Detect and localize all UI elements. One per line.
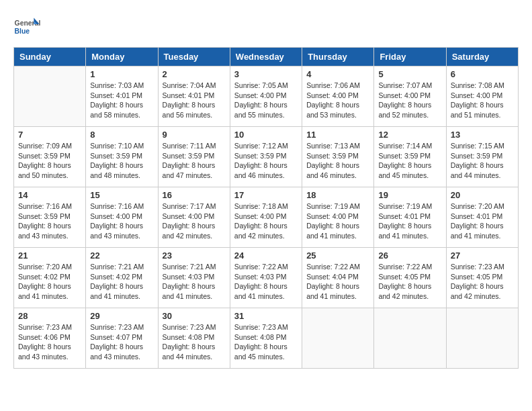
day-number: 7 [18,130,81,140]
day-info: Sunrise: 7:21 AMSunset: 4:02 PMDaylight:… [90,262,153,302]
day-info: Sunrise: 7:10 AMSunset: 3:59 PMDaylight:… [90,141,153,181]
calendar-cell [14,66,86,127]
calendar-cell: 10Sunrise: 7:12 AMSunset: 3:59 PMDayligh… [230,127,302,187]
day-number: 17 [234,190,298,200]
calendar-cell: 17Sunrise: 7:18 AMSunset: 4:00 PMDayligh… [230,187,302,248]
day-info: Sunrise: 7:12 AMSunset: 3:59 PMDaylight:… [234,141,298,181]
day-number: 25 [306,250,369,261]
weekday-header-saturday: Saturday [446,48,518,66]
calendar-table: SundayMondayTuesdayWednesdayThursdayFrid… [13,47,519,369]
calendar-week-3: 14Sunrise: 7:16 AMSunset: 3:59 PMDayligh… [14,187,519,248]
day-number: 20 [451,190,514,200]
day-number: 18 [306,190,369,200]
calendar-cell: 26Sunrise: 7:22 AMSunset: 4:05 PMDayligh… [374,248,446,308]
day-number: 28 [18,311,81,321]
calendar-cell: 16Sunrise: 7:17 AMSunset: 4:00 PMDayligh… [158,187,230,248]
calendar-cell: 21Sunrise: 7:20 AMSunset: 4:02 PMDayligh… [14,248,86,308]
day-info: Sunrise: 7:03 AMSunset: 4:01 PMDaylight:… [90,81,153,120]
weekday-header-thursday: Thursday [302,48,374,66]
day-number: 2 [163,69,226,79]
day-info: Sunrise: 7:23 AMSunset: 4:05 PMDaylight:… [451,262,514,302]
day-number: 5 [378,69,441,79]
weekday-header-friday: Friday [374,48,446,66]
day-info: Sunrise: 7:16 AMSunset: 4:00 PMDaylight:… [90,201,153,241]
day-info: Sunrise: 7:22 AMSunset: 4:04 PMDaylight:… [306,262,369,302]
calendar-cell: 13Sunrise: 7:15 AMSunset: 3:59 PMDayligh… [446,127,518,187]
calendar-cell: 3Sunrise: 7:05 AMSunset: 4:00 PMDaylight… [230,66,302,127]
day-info: Sunrise: 7:23 AMSunset: 4:08 PMDaylight:… [163,322,226,362]
day-number: 12 [378,130,441,140]
calendar-cell: 14Sunrise: 7:16 AMSunset: 3:59 PMDayligh… [14,187,86,248]
day-info: Sunrise: 7:06 AMSunset: 4:00 PMDaylight:… [306,81,369,120]
calendar-cell: 12Sunrise: 7:14 AMSunset: 3:59 PMDayligh… [374,127,446,187]
calendar-cell: 7Sunrise: 7:09 AMSunset: 3:59 PMDaylight… [14,127,86,187]
calendar-cell: 22Sunrise: 7:21 AMSunset: 4:02 PMDayligh… [86,248,158,308]
calendar-week-2: 7Sunrise: 7:09 AMSunset: 3:59 PMDaylight… [14,127,519,187]
day-info: Sunrise: 7:11 AMSunset: 3:59 PMDaylight:… [163,141,226,181]
day-number: 1 [90,69,153,79]
calendar-cell: 1Sunrise: 7:03 AMSunset: 4:01 PMDaylight… [86,66,158,127]
calendar-cell: 28Sunrise: 7:23 AMSunset: 4:06 PMDayligh… [14,308,86,369]
calendar-cell: 18Sunrise: 7:19 AMSunset: 4:00 PMDayligh… [302,187,374,248]
day-info: Sunrise: 7:16 AMSunset: 3:59 PMDaylight:… [18,201,81,241]
day-info: Sunrise: 7:23 AMSunset: 4:08 PMDaylight:… [234,322,298,362]
calendar-cell: 30Sunrise: 7:23 AMSunset: 4:08 PMDayligh… [158,308,230,369]
day-number: 10 [234,130,298,140]
weekday-header-wednesday: Wednesday [230,48,302,66]
day-number: 11 [306,130,369,140]
weekday-header-sunday: Sunday [14,48,86,66]
day-info: Sunrise: 7:19 AMSunset: 4:01 PMDaylight:… [378,201,441,241]
day-number: 22 [90,250,153,261]
page-header: General Blue [13,13,519,40]
calendar-cell: 25Sunrise: 7:22 AMSunset: 4:04 PMDayligh… [302,248,374,308]
day-info: Sunrise: 7:20 AMSunset: 4:01 PMDaylight:… [451,201,514,241]
day-number: 23 [163,250,226,261]
day-number: 3 [234,69,298,79]
day-info: Sunrise: 7:08 AMSunset: 4:00 PMDaylight:… [451,81,514,120]
calendar-cell: 8Sunrise: 7:10 AMSunset: 3:59 PMDaylight… [86,127,158,187]
calendar-week-4: 21Sunrise: 7:20 AMSunset: 4:02 PMDayligh… [14,248,519,308]
day-number: 8 [90,130,153,140]
calendar-body: 1Sunrise: 7:03 AMSunset: 4:01 PMDaylight… [14,66,519,369]
calendar-cell: 2Sunrise: 7:04 AMSunset: 4:01 PMDaylight… [158,66,230,127]
day-info: Sunrise: 7:09 AMSunset: 3:59 PMDaylight:… [18,141,81,181]
weekday-header-monday: Monday [86,48,158,66]
day-number: 16 [163,190,226,200]
day-info: Sunrise: 7:19 AMSunset: 4:00 PMDaylight:… [306,201,369,241]
calendar-cell: 24Sunrise: 7:22 AMSunset: 4:03 PMDayligh… [230,248,302,308]
day-info: Sunrise: 7:18 AMSunset: 4:00 PMDaylight:… [234,201,298,241]
calendar-cell: 31Sunrise: 7:23 AMSunset: 4:08 PMDayligh… [230,308,302,369]
weekday-header-tuesday: Tuesday [158,48,230,66]
calendar-cell: 29Sunrise: 7:23 AMSunset: 4:07 PMDayligh… [86,308,158,369]
calendar-cell [302,308,374,369]
day-info: Sunrise: 7:23 AMSunset: 4:06 PMDaylight:… [18,322,81,362]
day-number: 15 [90,190,153,200]
day-number: 27 [451,250,514,261]
day-info: Sunrise: 7:17 AMSunset: 4:00 PMDaylight:… [163,201,226,241]
day-number: 21 [18,250,81,261]
calendar-week-1: 1Sunrise: 7:03 AMSunset: 4:01 PMDaylight… [14,66,519,127]
calendar-cell: 11Sunrise: 7:13 AMSunset: 3:59 PMDayligh… [302,127,374,187]
day-number: 9 [163,130,226,140]
day-number: 6 [451,69,514,79]
logo: General Blue [13,13,44,40]
day-info: Sunrise: 7:20 AMSunset: 4:02 PMDaylight:… [18,262,81,302]
day-info: Sunrise: 7:23 AMSunset: 4:07 PMDaylight:… [90,322,153,362]
calendar-cell: 15Sunrise: 7:16 AMSunset: 4:00 PMDayligh… [86,187,158,248]
day-info: Sunrise: 7:14 AMSunset: 3:59 PMDaylight:… [378,141,441,181]
day-info: Sunrise: 7:22 AMSunset: 4:05 PMDaylight:… [378,262,441,302]
day-number: 19 [378,190,441,200]
calendar-cell: 5Sunrise: 7:07 AMSunset: 4:00 PMDaylight… [374,66,446,127]
day-number: 13 [451,130,514,140]
calendar-cell: 9Sunrise: 7:11 AMSunset: 3:59 PMDaylight… [158,127,230,187]
day-info: Sunrise: 7:22 AMSunset: 4:03 PMDaylight:… [234,262,298,302]
day-number: 14 [18,190,81,200]
calendar-week-5: 28Sunrise: 7:23 AMSunset: 4:06 PMDayligh… [14,308,519,369]
day-number: 30 [163,311,226,321]
calendar-cell: 19Sunrise: 7:19 AMSunset: 4:01 PMDayligh… [374,187,446,248]
day-info: Sunrise: 7:05 AMSunset: 4:00 PMDaylight:… [234,81,298,120]
calendar-header-row: SundayMondayTuesdayWednesdayThursdayFrid… [14,48,519,66]
day-number: 4 [306,69,369,79]
calendar-cell: 27Sunrise: 7:23 AMSunset: 4:05 PMDayligh… [446,248,518,308]
day-number: 24 [234,250,298,261]
